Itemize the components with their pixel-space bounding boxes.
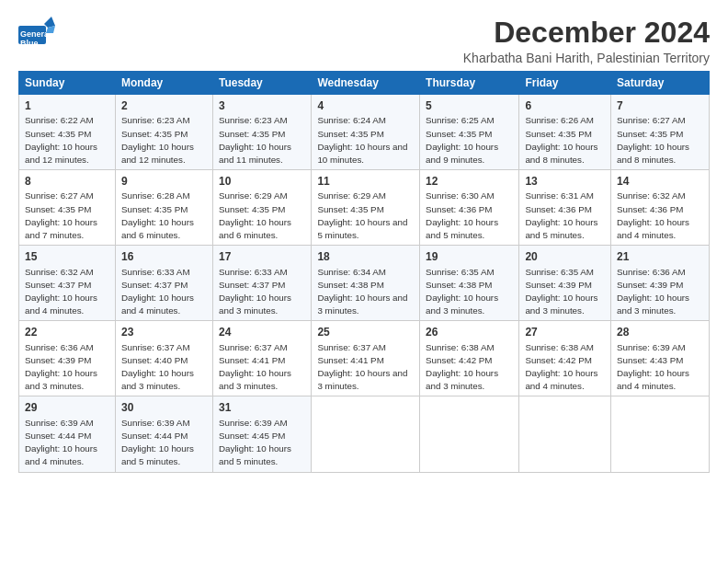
daylight-info: Daylight: 10 hours and 4 minutes. <box>617 217 689 240</box>
daylight-info: Daylight: 10 hours and 10 minutes. <box>317 142 407 165</box>
sunrise-info: Sunrise: 6:36 AM <box>617 267 686 277</box>
sunrise-info: Sunrise: 6:26 AM <box>525 115 594 125</box>
week-row-5: 29Sunrise: 6:39 AMSunset: 4:44 PMDayligh… <box>19 396 710 472</box>
day-number: 18 <box>317 249 414 264</box>
cell-3-2: 16Sunrise: 6:33 AMSunset: 4:37 PMDayligh… <box>115 246 212 321</box>
daylight-info: Daylight: 10 hours and 5 minutes. <box>219 443 291 466</box>
cell-2-6: 13Sunrise: 6:31 AMSunset: 4:36 PMDayligh… <box>519 170 611 246</box>
col-header-wednesday: Wednesday <box>312 72 420 95</box>
daylight-info: Daylight: 10 hours and 9 minutes. <box>426 142 498 165</box>
week-row-2: 8Sunrise: 6:27 AMSunset: 4:35 PMDaylight… <box>19 170 710 246</box>
sunset-info: Sunset: 4:35 PM <box>219 204 285 214</box>
day-number: 6 <box>525 98 605 113</box>
sunrise-info: Sunrise: 6:39 AM <box>617 342 686 352</box>
col-header-monday: Monday <box>115 72 212 95</box>
col-header-thursday: Thursday <box>420 72 519 95</box>
daylight-info: Daylight: 10 hours and 3 minutes. <box>317 368 407 391</box>
sunrise-info: Sunrise: 6:32 AM <box>25 267 94 277</box>
cell-2-2: 9Sunrise: 6:28 AMSunset: 4:35 PMDaylight… <box>115 170 212 246</box>
day-number: 22 <box>25 325 109 339</box>
sunset-info: Sunset: 4:44 PM <box>121 431 188 441</box>
cell-5-1: 29Sunrise: 6:39 AMSunset: 4:44 PMDayligh… <box>19 396 116 472</box>
sunrise-info: Sunrise: 6:34 AM <box>317 267 386 277</box>
cell-5-2: 30Sunrise: 6:39 AMSunset: 4:44 PMDayligh… <box>115 396 212 472</box>
calendar-header-row: SundayMondayTuesdayWednesdayThursdayFrid… <box>19 72 710 95</box>
sunset-info: Sunset: 4:42 PM <box>426 355 492 365</box>
sunset-info: Sunset: 4:39 PM <box>617 280 683 290</box>
sunrise-info: Sunrise: 6:39 AM <box>121 418 190 428</box>
logo: General Blue <box>18 17 59 52</box>
daylight-info: Daylight: 10 hours and 8 minutes. <box>525 142 597 165</box>
svg-marker-3 <box>44 17 55 28</box>
daylight-info: Daylight: 10 hours and 4 minutes. <box>25 293 97 316</box>
sunset-info: Sunset: 4:35 PM <box>617 129 683 139</box>
sunrise-info: Sunrise: 6:39 AM <box>219 418 288 428</box>
sunrise-info: Sunrise: 6:38 AM <box>525 342 594 352</box>
daylight-info: Daylight: 10 hours and 3 minutes. <box>617 293 689 316</box>
page: General Blue December 2024 Kharbatha Ban… <box>0 0 728 482</box>
daylight-info: Daylight: 10 hours and 3 minutes. <box>426 293 498 316</box>
sunset-info: Sunset: 4:44 PM <box>25 431 91 441</box>
sunset-info: Sunset: 4:41 PM <box>317 355 383 365</box>
sunset-info: Sunset: 4:37 PM <box>219 280 285 290</box>
sunset-info: Sunset: 4:39 PM <box>25 355 91 365</box>
day-number: 29 <box>25 400 109 415</box>
day-number: 7 <box>617 98 703 113</box>
sunset-info: Sunset: 4:35 PM <box>121 129 188 139</box>
col-header-sunday: Sunday <box>19 72 116 95</box>
week-row-1: 1Sunrise: 6:22 AMSunset: 4:35 PMDaylight… <box>19 95 710 170</box>
subtitle: Kharbatha Bani Harith, Palestinian Terri… <box>463 51 710 65</box>
sunset-info: Sunset: 4:38 PM <box>317 280 383 290</box>
day-number: 14 <box>617 174 703 189</box>
cell-1-7: 7Sunrise: 6:27 AMSunset: 4:35 PMDaylight… <box>611 95 710 170</box>
sunrise-info: Sunrise: 6:25 AM <box>426 115 495 125</box>
sunrise-info: Sunrise: 6:35 AM <box>525 267 594 277</box>
day-number: 25 <box>317 325 414 339</box>
svg-text:Blue: Blue <box>20 39 39 48</box>
sunset-info: Sunset: 4:35 PM <box>317 204 383 214</box>
sunset-info: Sunset: 4:43 PM <box>617 355 683 365</box>
sunrise-info: Sunrise: 6:33 AM <box>219 267 288 277</box>
sunset-info: Sunset: 4:37 PM <box>25 280 91 290</box>
daylight-info: Daylight: 10 hours and 7 minutes. <box>25 217 97 240</box>
day-number: 20 <box>525 249 605 264</box>
title-block: December 2024 Kharbatha Bani Harith, Pal… <box>463 17 710 65</box>
daylight-info: Daylight: 10 hours and 11 minutes. <box>219 142 291 165</box>
calendar-table: SundayMondayTuesdayWednesdayThursdayFrid… <box>18 71 710 472</box>
cell-1-3: 3Sunrise: 6:23 AMSunset: 4:35 PMDaylight… <box>213 95 312 170</box>
sunrise-info: Sunrise: 6:23 AM <box>121 115 190 125</box>
col-header-friday: Friday <box>519 72 611 95</box>
sunset-info: Sunset: 4:40 PM <box>121 355 188 365</box>
day-number: 2 <box>121 98 207 113</box>
daylight-info: Daylight: 10 hours and 3 minutes. <box>525 293 597 316</box>
daylight-info: Daylight: 10 hours and 12 minutes. <box>25 142 97 165</box>
day-number: 28 <box>617 325 703 339</box>
day-number: 5 <box>426 98 513 113</box>
day-number: 16 <box>121 249 207 264</box>
cell-4-3: 24Sunrise: 6:37 AMSunset: 4:41 PMDayligh… <box>213 321 312 396</box>
sunrise-info: Sunrise: 6:32 AM <box>617 190 686 201</box>
daylight-info: Daylight: 10 hours and 4 minutes. <box>617 368 689 391</box>
sunrise-info: Sunrise: 6:24 AM <box>317 115 386 125</box>
sunset-info: Sunset: 4:35 PM <box>317 129 383 139</box>
sunset-info: Sunset: 4:42 PM <box>525 355 591 365</box>
cell-3-1: 15Sunrise: 6:32 AMSunset: 4:37 PMDayligh… <box>19 246 116 321</box>
sunset-info: Sunset: 4:41 PM <box>219 355 285 365</box>
daylight-info: Daylight: 10 hours and 5 minutes. <box>525 217 597 240</box>
day-number: 8 <box>25 174 109 189</box>
sunrise-info: Sunrise: 6:27 AM <box>25 190 94 201</box>
sunset-info: Sunset: 4:35 PM <box>426 129 492 139</box>
sunset-info: Sunset: 4:38 PM <box>426 280 492 290</box>
sunrise-info: Sunrise: 6:29 AM <box>219 190 288 201</box>
daylight-info: Daylight: 10 hours and 3 minutes. <box>317 293 407 316</box>
sunrise-info: Sunrise: 6:38 AM <box>426 342 495 352</box>
col-header-tuesday: Tuesday <box>213 72 312 95</box>
sunset-info: Sunset: 4:36 PM <box>617 204 683 214</box>
daylight-info: Daylight: 10 hours and 8 minutes. <box>617 142 689 165</box>
daylight-info: Daylight: 10 hours and 3 minutes. <box>25 368 97 391</box>
daylight-info: Daylight: 10 hours and 3 minutes. <box>121 368 194 391</box>
cell-5-4 <box>312 396 420 472</box>
sunset-info: Sunset: 4:35 PM <box>25 129 91 139</box>
header: General Blue December 2024 Kharbatha Ban… <box>18 17 710 65</box>
sunrise-info: Sunrise: 6:28 AM <box>121 190 190 201</box>
